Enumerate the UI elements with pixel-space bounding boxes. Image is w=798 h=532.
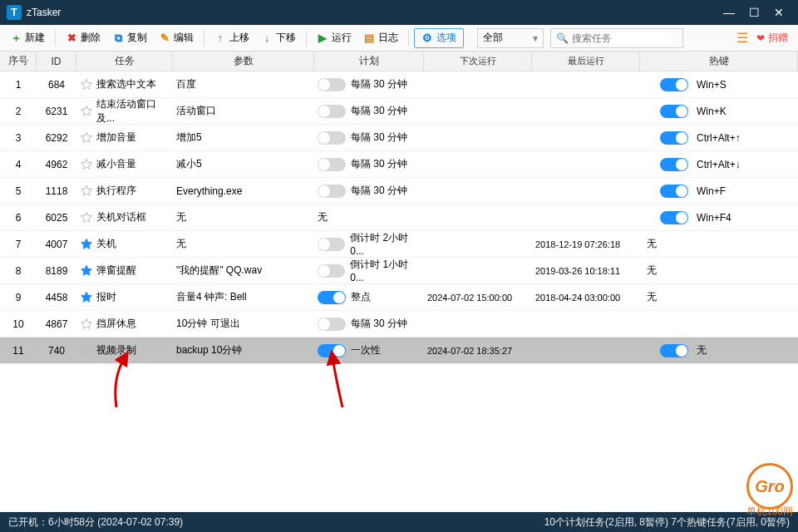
delete-button[interactable]: ✖删除 bbox=[61, 27, 106, 49]
plus-icon: ＋ bbox=[10, 32, 22, 44]
down-label: 下移 bbox=[276, 31, 296, 45]
table-row[interactable]: 44962减小音量减小5每隔 30 分钟Ctrl+Alt+↓ bbox=[0, 151, 798, 178]
status-summary: 10个计划任务(2启用, 8暂停) 7个热键任务(7启用, 0暂停) bbox=[544, 515, 790, 530]
col-next[interactable]: 下次运行 bbox=[424, 52, 532, 71]
play-icon: ▶ bbox=[317, 32, 328, 44]
star-icon[interactable] bbox=[80, 291, 93, 304]
cell-id: 6292 bbox=[37, 132, 76, 144]
cell-seq: 11 bbox=[0, 345, 37, 357]
col-hotkey[interactable]: 热键 bbox=[640, 52, 798, 71]
toggle-switch[interactable] bbox=[660, 344, 688, 357]
star-icon[interactable] bbox=[80, 211, 93, 224]
cell-param: 无 bbox=[173, 210, 314, 224]
cell-plan: 每隔 30 分钟 bbox=[314, 184, 424, 198]
col-task[interactable]: 任务 bbox=[76, 52, 173, 71]
toggle-switch[interactable] bbox=[318, 318, 346, 331]
toggle-switch[interactable] bbox=[318, 291, 346, 304]
star-icon[interactable] bbox=[80, 238, 93, 251]
status-uptime: 已开机：6小时58分 (2024-07-02 07:39) bbox=[8, 515, 183, 530]
search-icon: 🔍 bbox=[556, 32, 569, 44]
toggle-switch[interactable] bbox=[318, 264, 345, 278]
toggle-switch[interactable] bbox=[660, 131, 688, 145]
cell-plan: 一次性 bbox=[314, 343, 424, 357]
move-up-button[interactable]: ↑上移 bbox=[209, 27, 254, 49]
cell-last: 2018-12-19 07:26:18 bbox=[532, 239, 640, 249]
toggle-switch[interactable] bbox=[660, 211, 688, 224]
toggle-switch[interactable] bbox=[318, 238, 345, 251]
cell-seq: 5 bbox=[0, 185, 37, 197]
table-row[interactable]: 66025关机对话框无无Win+F4 bbox=[0, 204, 798, 231]
toolbar: ＋新建 ✖删除 ⧉复制 ✎编辑 ↑上移 ↓下移 ▶运行 ▤日志 ⚙选项 全部▾ … bbox=[0, 25, 798, 52]
titlebar: T zTasker — ☐ ✕ bbox=[0, 0, 798, 25]
cell-seq: 6 bbox=[0, 212, 37, 224]
table-row[interactable]: 36292增加音量增加5每隔 30 分钟Ctrl+Alt+↑ bbox=[0, 125, 798, 151]
cell-task: 关机对话框 bbox=[76, 210, 173, 224]
table-row[interactable]: 51118执行程序Everything.exe每隔 30 分钟Win+F bbox=[0, 178, 798, 204]
toggle-switch[interactable] bbox=[660, 185, 688, 198]
table-row[interactable]: 74007关机无倒计时 2小时0...2018-12-19 07:26:18无 bbox=[0, 231, 798, 258]
move-down-button[interactable]: ↓下移 bbox=[256, 27, 301, 49]
copy-button[interactable]: ⧉复制 bbox=[107, 27, 152, 49]
star-icon[interactable] bbox=[80, 131, 93, 145]
cell-param: 活动窗口 bbox=[173, 104, 314, 118]
separator bbox=[306, 30, 307, 47]
col-id[interactable]: ID bbox=[37, 52, 76, 71]
cell-plan: 每隔 30 分钟 bbox=[314, 104, 424, 118]
star-icon[interactable] bbox=[80, 318, 93, 331]
new-button[interactable]: ＋新建 bbox=[5, 27, 50, 49]
table-row[interactable]: 11740视频录制backup 10分钟一次性2024-07-02 18:35:… bbox=[0, 337, 798, 364]
col-param[interactable]: 参数 bbox=[173, 52, 314, 71]
cell-seq: 8 bbox=[0, 265, 37, 277]
toggle-switch[interactable] bbox=[660, 78, 688, 91]
col-last[interactable]: 最后运行 bbox=[532, 52, 640, 71]
toggle-switch[interactable] bbox=[318, 105, 346, 118]
cell-task: 执行程序 bbox=[76, 184, 173, 198]
search-input[interactable] bbox=[572, 32, 672, 44]
toggle-switch[interactable] bbox=[318, 344, 346, 357]
cell-plan: 无 bbox=[314, 210, 424, 224]
cell-seq: 2 bbox=[0, 106, 37, 117]
col-seq[interactable]: 序号 bbox=[0, 52, 37, 71]
log-button[interactable]: ▤日志 bbox=[358, 27, 403, 49]
table-row[interactable]: 1684搜索选中文本百度每隔 30 分钟Win+S bbox=[0, 71, 798, 98]
table-row[interactable]: 88189弹窗提醒"我的提醒" QQ.wav倒计时 1小时0...2019-03… bbox=[0, 258, 798, 284]
star-icon[interactable] bbox=[80, 264, 93, 278]
table-row[interactable]: 26231结束活动窗口及...活动窗口每隔 30 分钟Win+K bbox=[0, 98, 798, 125]
run-button[interactable]: ▶运行 bbox=[312, 27, 357, 49]
toggle-switch[interactable] bbox=[660, 105, 688, 118]
cell-id: 4962 bbox=[37, 159, 76, 170]
cell-seq: 4 bbox=[0, 159, 37, 170]
filter-dropdown[interactable]: 全部▾ bbox=[477, 28, 544, 48]
cell-seq: 7 bbox=[0, 239, 37, 250]
donate-button[interactable]: ❤捐赠 bbox=[756, 31, 788, 45]
minimize-button[interactable]: — bbox=[717, 6, 741, 19]
star-icon[interactable] bbox=[80, 344, 93, 357]
delete-icon: ✖ bbox=[66, 32, 77, 44]
star-icon[interactable] bbox=[80, 105, 93, 118]
separator bbox=[55, 30, 56, 47]
options-button[interactable]: ⚙选项 bbox=[414, 28, 464, 48]
toggle-switch[interactable] bbox=[318, 78, 346, 91]
table-row[interactable]: 94458报时音量4 钟声: Bell整点2024-07-02 15:00:00… bbox=[0, 284, 798, 311]
cell-hotkey: Win+F bbox=[640, 185, 798, 198]
status-bar: 已开机：6小时58分 (2024-07-02 07:39) 10个计划任务(2启… bbox=[0, 512, 798, 532]
cell-id: 6231 bbox=[37, 106, 76, 117]
maximize-button[interactable]: ☐ bbox=[741, 6, 766, 19]
search-box[interactable]: 🔍 bbox=[550, 28, 683, 48]
separator bbox=[204, 30, 204, 47]
close-button[interactable]: ✕ bbox=[766, 6, 791, 19]
cell-seq: 9 bbox=[0, 292, 37, 303]
table-row[interactable]: 104867挡屏休息10分钟 可退出每隔 30 分钟 bbox=[0, 311, 798, 337]
edit-button[interactable]: ✎编辑 bbox=[154, 27, 199, 49]
toggle-switch[interactable] bbox=[318, 131, 346, 145]
star-icon[interactable] bbox=[80, 185, 93, 198]
copy-label: 复制 bbox=[127, 31, 147, 45]
toggle-switch[interactable] bbox=[660, 158, 688, 171]
toggle-switch[interactable] bbox=[318, 185, 346, 198]
toggle-switch[interactable] bbox=[318, 158, 346, 171]
cell-plan: 倒计时 2小时0... bbox=[314, 231, 424, 257]
list-view-button[interactable]: ☰ bbox=[736, 30, 748, 46]
star-icon[interactable] bbox=[80, 78, 93, 91]
star-icon[interactable] bbox=[80, 158, 93, 171]
col-plan[interactable]: 计划 bbox=[314, 52, 424, 71]
